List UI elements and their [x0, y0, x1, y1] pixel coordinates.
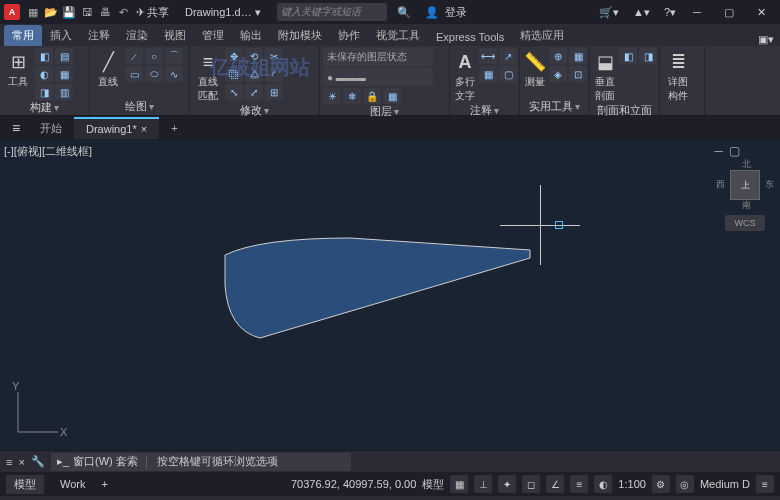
view-label[interactable]: [-][俯视][二维线框]	[4, 144, 92, 159]
grid-snap-icon[interactable]: ▦	[450, 475, 468, 493]
saveas-icon[interactable]: 🖫	[80, 5, 94, 19]
osnap-icon[interactable]: ◻	[522, 475, 540, 493]
model-space-button[interactable]: 模型	[422, 477, 444, 492]
tool-icon[interactable]: ▤	[55, 48, 73, 64]
layer-icon[interactable]: ❄	[343, 88, 361, 104]
tab-annotate[interactable]: 注释	[80, 25, 118, 46]
panel-label[interactable]: 修改 ▾	[193, 103, 316, 117]
vp-minimize-icon[interactable]: ─	[714, 144, 723, 158]
transparency-icon[interactable]: ◐	[594, 475, 612, 493]
tab-output[interactable]: 输出	[232, 25, 270, 46]
scale-icon[interactable]: ⤢	[245, 84, 263, 100]
customize-icon[interactable]: ≡	[756, 475, 774, 493]
viewcube-west[interactable]: 西	[716, 178, 725, 191]
polar-icon[interactable]: ✦	[498, 475, 516, 493]
panel-label[interactable]: 剖面和立面	[593, 103, 656, 117]
tab-visual[interactable]: 视觉工具	[368, 25, 428, 46]
section-button[interactable]: ⬓垂直 剖面	[593, 48, 617, 103]
ucs-icon[interactable]: Y X	[8, 382, 68, 442]
user-icon[interactable]: 👤	[425, 6, 439, 19]
command-input[interactable]: ▸_ 窗口(W) 套索 │ 按空格键可循环浏览选项	[51, 453, 351, 471]
tool-icon[interactable]: ◨	[35, 84, 53, 100]
tab-drawing1[interactable]: Drawing1*×	[74, 117, 159, 139]
viewcube-south[interactable]: 南	[742, 199, 751, 212]
gear-icon[interactable]: ⚙	[652, 475, 670, 493]
search-input[interactable]: 键入关键字或短语	[277, 3, 387, 21]
layer-icon[interactable]: ☀	[323, 88, 341, 104]
login-label[interactable]: 登录	[445, 5, 467, 20]
isolate-icon[interactable]: ◎	[676, 475, 694, 493]
layer-icon[interactable]: ▦	[383, 88, 401, 104]
util-icon[interactable]: ◈	[549, 66, 567, 82]
lineweight-icon[interactable]: ≡	[570, 475, 588, 493]
sec-icon[interactable]: ◨	[639, 48, 657, 64]
drawing-viewport[interactable]: [-][俯视][二维线框] ─ ▢ 北 南 东 西 上 WCS Y X	[0, 140, 780, 450]
vp-restore-icon[interactable]: ▢	[729, 144, 740, 158]
rect-icon[interactable]: ▭	[125, 66, 143, 82]
arc2-icon[interactable]: ⌒	[165, 48, 183, 64]
rotate-icon[interactable]: ⟲	[245, 48, 263, 64]
line-button[interactable]: ╱直线	[93, 48, 123, 89]
detail-button[interactable]: ≣详图 构件	[663, 48, 693, 103]
table-icon[interactable]: ▦	[479, 66, 497, 82]
panel-label[interactable]: 注释 ▾	[453, 103, 516, 117]
panel-label[interactable]: 绘图 ▾	[93, 99, 186, 113]
leader-icon[interactable]: ↗	[499, 48, 517, 64]
ellipse-icon[interactable]: ⬭	[145, 66, 163, 82]
cmd-hamburger-icon[interactable]: ≡	[6, 456, 12, 468]
field-icon[interactable]: ▢	[499, 66, 517, 82]
annotation-scale[interactable]: Medium D	[700, 478, 750, 490]
autodesk-icon[interactable]: ▲▾	[633, 6, 650, 19]
add-layout-icon[interactable]: +	[101, 478, 107, 490]
tool-icon[interactable]: ▥	[55, 84, 73, 100]
move-icon[interactable]: ✥	[225, 48, 243, 64]
search-icon[interactable]: 🔍	[397, 6, 411, 19]
array-icon[interactable]: ⊞	[265, 84, 283, 100]
undo-icon[interactable]: ↶	[116, 5, 130, 19]
tab-manage[interactable]: 管理	[194, 25, 232, 46]
new-tab-button[interactable]: +	[159, 118, 189, 138]
close-tab-icon[interactable]: ×	[141, 123, 147, 135]
match-button[interactable]: ≡直线 匹配	[193, 48, 223, 103]
new-icon[interactable]: ▦	[26, 5, 40, 19]
stretch-icon[interactable]: ⤡	[225, 84, 243, 100]
viewcube-east[interactable]: 东	[765, 178, 774, 191]
tab-render[interactable]: 渲染	[118, 25, 156, 46]
mirror-icon[interactable]: ⧋	[245, 66, 263, 82]
panel-label[interactable]: 实用工具 ▾	[523, 99, 586, 113]
print-icon[interactable]: 🖶	[98, 5, 112, 19]
help-icon[interactable]: ?▾	[664, 6, 676, 19]
coordinates[interactable]: 70376.92, 40997.59, 0.00	[291, 478, 416, 490]
command-line[interactable]: ≡ × 🔧 ▸_ 窗口(W) 套索 │ 按空格键可循环浏览选项	[0, 450, 780, 472]
fillet-icon[interactable]: ◜	[265, 66, 283, 82]
scale-combo[interactable]: 1:100	[618, 478, 646, 490]
cmd-close-icon[interactable]: ×	[18, 456, 24, 468]
text-button[interactable]: A多行 文字	[453, 48, 477, 103]
maximize-button[interactable]: ▢	[714, 1, 744, 23]
panel-label[interactable]: 图层 ▾	[323, 104, 446, 118]
cart-icon[interactable]: 🛒▾	[599, 6, 619, 19]
layer-state-combo[interactable]: 未保存的图层状态	[323, 48, 433, 66]
chevron-down-icon[interactable]: ▾	[255, 6, 261, 19]
tab-addins[interactable]: 附加模块	[270, 25, 330, 46]
tool-icon[interactable]: ◐	[35, 66, 53, 82]
open-icon[interactable]: 📂	[44, 5, 58, 19]
util-icon[interactable]: ▦	[569, 48, 587, 64]
menu-icon[interactable]: ≡	[4, 120, 28, 136]
trim-icon[interactable]: ✂	[265, 48, 283, 64]
layer-combo[interactable]: ● ▬▬▬	[323, 68, 433, 86]
tab-insert[interactable]: 插入	[42, 25, 80, 46]
ortho-icon[interactable]: ⊥	[474, 475, 492, 493]
minimize-button[interactable]: ─	[682, 1, 712, 23]
arc-icon[interactable]: ⟋	[125, 48, 143, 64]
util-icon[interactable]: ⊡	[569, 66, 587, 82]
tab-view[interactable]: 视图	[156, 25, 194, 46]
tab-featured[interactable]: 精选应用	[512, 25, 572, 46]
tool-icon[interactable]: ▦	[55, 66, 73, 82]
circle-icon[interactable]: ○	[145, 48, 163, 64]
panel-label[interactable]: 构建 ▾	[3, 100, 86, 114]
layer-icon[interactable]: 🔒	[363, 88, 381, 104]
tool-icon[interactable]: ◧	[35, 48, 53, 64]
save-icon[interactable]: 💾	[62, 5, 76, 19]
tab-home[interactable]: 常用	[4, 25, 42, 46]
